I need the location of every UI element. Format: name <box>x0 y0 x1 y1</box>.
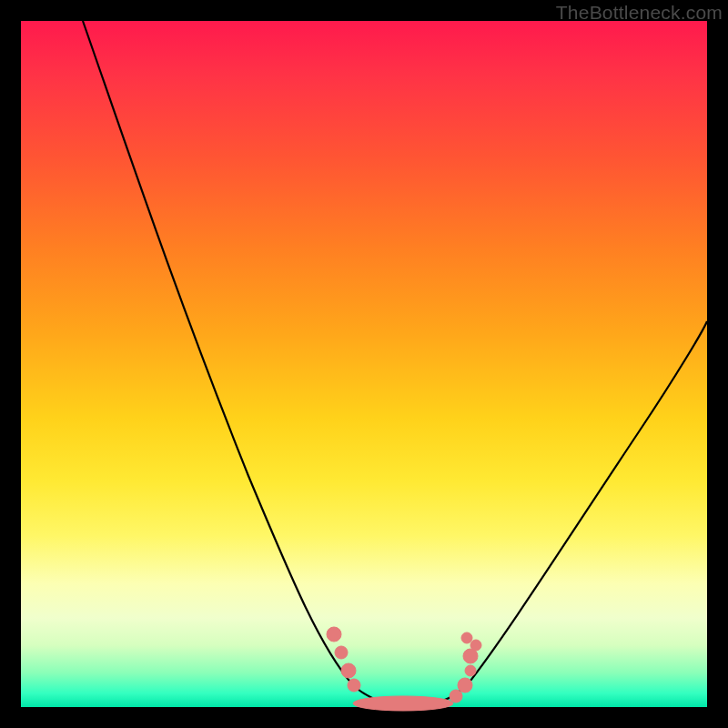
highlight-dot <box>348 679 360 692</box>
watermark-text: TheBottleneck.com <box>556 2 723 24</box>
highlight-dot <box>341 663 356 678</box>
highlight-bar <box>353 696 453 711</box>
highlight-dots-group <box>327 627 481 711</box>
highlight-dot <box>470 640 481 651</box>
highlight-dot <box>450 690 462 703</box>
highlight-dot <box>465 665 476 676</box>
highlight-dot <box>327 627 341 642</box>
chart-svg <box>21 21 707 707</box>
chart-frame: TheBottleneck.com <box>0 0 728 728</box>
chart-plot-area <box>21 21 707 707</box>
highlight-dot <box>461 632 472 643</box>
bottleneck-curve <box>83 21 707 705</box>
highlight-dot <box>458 678 472 693</box>
highlight-dot <box>335 646 348 659</box>
